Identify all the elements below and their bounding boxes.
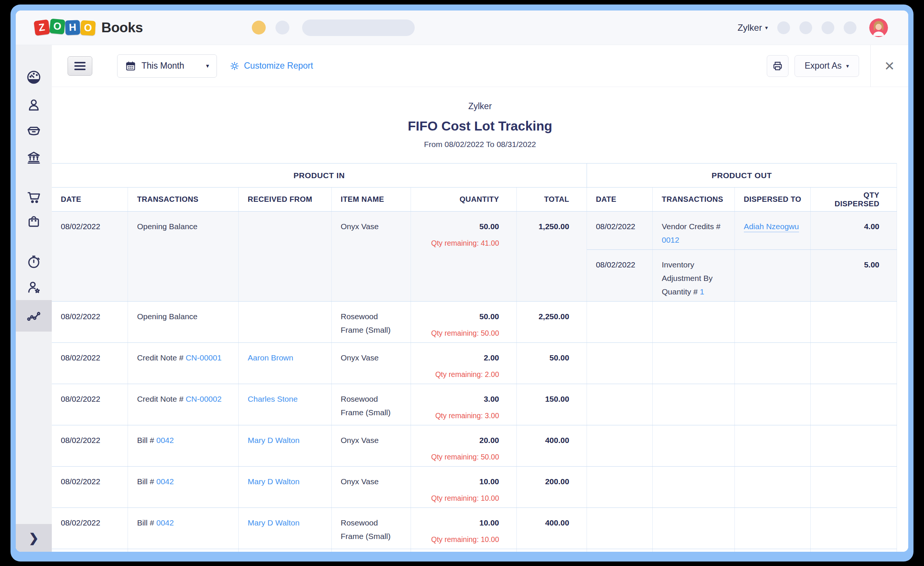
group-header-product-in: PRODUCT IN [52, 164, 587, 188]
customize-report-button[interactable]: Customize Report [229, 60, 313, 72]
qty-remaining: Qty remaining: 41.00 [420, 237, 499, 249]
transaction-cell: Credit Note # CN-00002 [128, 384, 239, 425]
out-date-cell: 08/02/2022 [587, 212, 653, 250]
transaction-link[interactable]: 0042 [156, 436, 174, 444]
sidebar-item-reports[interactable] [16, 300, 52, 332]
print-button[interactable] [767, 55, 789, 77]
banking-icon [26, 150, 42, 165]
report-toolbar: This Month ▾ Customize Report [52, 45, 908, 87]
main-content: This Month ▾ Customize Report [52, 45, 908, 552]
table-body: 08/02/2022Opening BalanceOnyx Vase50.00Q… [52, 212, 897, 552]
table-row: 08/02/2022Credit Note # CN-00002Charles … [52, 384, 897, 425]
export-as-button[interactable]: Export As ▾ [795, 55, 859, 77]
close-icon[interactable]: ✕ [884, 60, 895, 72]
received-from-link[interactable]: Mary D Walton [248, 477, 299, 486]
dispersed-to-cell: Adiah Nzeogwu [734, 212, 811, 250]
chevron-down-icon: ▾ [846, 63, 849, 69]
transaction-cell: Bill # 0042 [128, 467, 239, 508]
qty-dispersed-cell: 4.00 [811, 212, 897, 250]
date-cell: 08/02/2022 [52, 212, 128, 302]
transaction-link[interactable]: 0042 [156, 477, 174, 486]
topbar-icon-placeholder-1[interactable] [777, 21, 790, 34]
table-row: 08/02/2022Opening BalanceOnyx Vase50.00Q… [52, 212, 897, 250]
period-dropdown[interactable]: This Month ▾ [117, 54, 217, 78]
sidebar-item-items[interactable] [16, 122, 52, 140]
total-cell: 150.00 [516, 384, 587, 425]
topbar-icon-placeholder-4[interactable] [844, 21, 856, 34]
item-name-cell: Onyx Vase [331, 343, 411, 384]
dispersed-to-cell [734, 302, 811, 343]
sidebar-item-sales[interactable] [16, 188, 52, 206]
sidebar-expand-button[interactable]: ❯ [16, 524, 52, 552]
export-as-label: Export As [805, 61, 841, 71]
received-from-link[interactable]: Charles Stone [248, 395, 298, 403]
empty-cell [52, 549, 128, 552]
item-name-cell: Rosewood Frame (Small) [331, 384, 411, 425]
sidebar-item-time-tracking[interactable] [16, 253, 52, 271]
qty-dispersed-cell [811, 508, 897, 549]
sidebar-item-contacts[interactable] [16, 96, 52, 114]
transaction-link[interactable]: CN-00001 [186, 353, 222, 362]
qty-dispersed-cell [811, 425, 897, 467]
out-transaction-link[interactable]: 1 [700, 287, 704, 296]
item-name-cell: Onyx Vase [331, 467, 411, 508]
zoho-logo-tile-1: Z [34, 20, 50, 36]
empty-cell [128, 549, 239, 552]
item-name-cell: Onyx Vase [331, 212, 411, 302]
topbar-icon-placeholder-3[interactable] [822, 21, 834, 34]
quantity-cell: 10.00Qty remaining: 10.00 [411, 508, 516, 549]
qty-dispersed-cell [811, 467, 897, 508]
received-from-cell [239, 212, 332, 302]
quantity-cell: 20.00Qty remaining: 50.00 [411, 425, 516, 467]
column-header: DATE [587, 188, 653, 212]
quantity-cell: 10.00Qty remaining: 10.00 [411, 467, 516, 508]
quantity-value: 50.00 [420, 310, 499, 323]
transaction-cell: Opening Balance [128, 212, 239, 302]
received-from-link[interactable]: Mary D Walton [248, 436, 299, 444]
sidebar-item-banking[interactable] [16, 149, 52, 167]
report-date-range: From 08/02/2022 To 08/31/2022 [52, 140, 908, 149]
item-name-cell: Rosewood Frame (Small) [331, 508, 411, 549]
topbar-icon-placeholder-2[interactable] [799, 21, 812, 34]
transaction-link[interactable]: 0042 [156, 518, 174, 527]
sidebar: ❯ [16, 45, 52, 552]
zoho-books-app: ZOHO Books Zylker ▾ [16, 11, 908, 552]
org-switcher[interactable]: Zylker ▾ [737, 23, 768, 33]
report-menu-button[interactable] [68, 56, 92, 76]
out-date-cell [587, 384, 653, 425]
calendar-icon [125, 60, 136, 72]
purchases-bag-icon [26, 213, 42, 229]
table-row: 08/02/2022Credit Note # CN-00001Aaron Br… [52, 343, 897, 384]
avatar[interactable] [869, 18, 888, 37]
received-from-cell: Aaron Brown [239, 343, 332, 384]
out-date-cell: 08/02/2022 [587, 250, 653, 302]
column-header: TRANSACTIONS [653, 188, 734, 212]
qty-dispersed-cell: 5.00 [811, 250, 897, 302]
contacts-icon [26, 97, 42, 113]
total-cell: 1,250.00 [516, 212, 587, 302]
empty-cell [653, 549, 734, 552]
transaction-link[interactable]: CN-00002 [186, 395, 222, 403]
quantity-value: 20.00 [420, 434, 499, 447]
sidebar-item-dashboard[interactable] [16, 68, 52, 86]
column-header: TRANSACTIONS [128, 188, 239, 212]
sidebar-item-purchases[interactable] [16, 212, 52, 230]
total-cell: 200.00 [516, 467, 587, 508]
empty-cell [734, 549, 811, 552]
received-from-link[interactable]: Mary D Walton [248, 518, 299, 527]
out-transaction-link[interactable]: 0012 [662, 236, 679, 244]
sidebar-item-accountant[interactable] [16, 278, 52, 296]
dispersed-to-link[interactable]: Adiah Nzeogwu [744, 222, 799, 232]
chevron-down-icon: ▾ [206, 62, 209, 69]
group-header-product-out: PRODUCT OUT [587, 164, 897, 188]
customize-report-label: Customize Report [244, 61, 313, 71]
window-dot-yellow [252, 21, 266, 35]
received-from-link[interactable]: Aaron Brown [248, 353, 293, 362]
out-date-cell [587, 467, 653, 508]
table-row-partial [52, 549, 897, 552]
out-date-cell [587, 343, 653, 384]
qty-remaining: Qty remaining: 2.00 [420, 368, 499, 381]
received-from-cell: Mary D Walton [239, 467, 332, 508]
table-row: 08/02/2022Opening BalanceRosewood Frame … [52, 302, 897, 343]
zoho-logo-tile-2: O [50, 18, 65, 34]
